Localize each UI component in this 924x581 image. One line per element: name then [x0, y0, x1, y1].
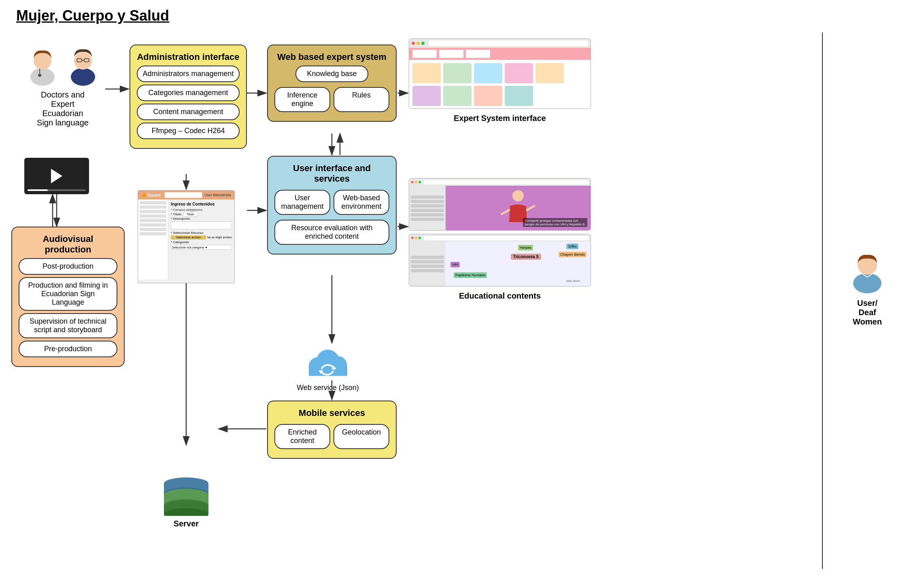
- admin-screenshot: 🔶 Gisami User Bienvenida Ingreso de Cont…: [138, 190, 235, 283]
- edu-screenshot-2: Herpes Sífilis Chapon diendo VIH Tricomo…: [409, 234, 591, 286]
- admin-item-2: Content management: [137, 104, 240, 120]
- admin-ss-sidebar: [138, 199, 168, 280]
- server-label: Server: [154, 519, 219, 528]
- expert-bottom-row: Inference engine Rules: [274, 85, 389, 115]
- expert-system-box: Web based expert system Knowledg base In…: [267, 45, 397, 122]
- educational-area: Compartir jeringas contaminadas consangr…: [409, 178, 591, 301]
- doctor-figures: [12, 38, 113, 87]
- cloud-label: Web service (Json): [287, 384, 368, 392]
- server-icon-group: Server: [154, 475, 219, 528]
- user-figure-group: User/ Deaf Women: [843, 243, 892, 327]
- cloud-icon: [302, 344, 354, 380]
- doctor2-icon: [65, 38, 101, 87]
- expert-interface-area: Expert System interface: [409, 38, 591, 123]
- vertical-separator: [822, 32, 823, 569]
- audiovisual-item-3: Pre-production: [19, 341, 117, 357]
- audiovisual-box: Audiovisual production Post-production P…: [11, 227, 125, 367]
- user-deaf-label: User/ Deaf Women: [843, 299, 892, 327]
- expert-item-inference: Inference engine: [274, 87, 330, 112]
- admin-item-3: Ffmpeg – Codec H264: [137, 123, 240, 139]
- user-deaf-icon: [847, 243, 888, 295]
- doctor1-icon: [24, 38, 61, 87]
- doctors-label: Doctors and Expert Ecuadorian Sign langu…: [12, 90, 113, 127]
- user-interface-top-row: User management Web-based environment: [274, 187, 389, 217]
- admin-box: Administration interface Administrators …: [130, 45, 247, 149]
- audiovisual-item-1: Production and filming in Ecuadorian Sig…: [19, 277, 117, 311]
- user-item-web-env: Web-based environment: [333, 190, 389, 215]
- edu-screenshot-1: Compartir jeringas contaminadas consangr…: [409, 178, 591, 231]
- mobile-item-enriched: Enriched content: [274, 424, 330, 449]
- video-thumbnail: [24, 158, 89, 194]
- svg-point-0: [30, 68, 55, 86]
- educational-contents-label: Educational contents: [409, 291, 591, 301]
- expert-interface-label: Expert System interface: [409, 114, 591, 123]
- video-progress-fill: [28, 189, 48, 191]
- doctors-group: Doctors and Expert Ecuadorian Sign langu…: [12, 38, 113, 127]
- svg-point-3: [38, 74, 41, 77]
- admin-item-1: Categories management: [137, 85, 240, 101]
- mobile-item-geo: Geolocation: [333, 424, 389, 449]
- svg-point-24: [512, 190, 524, 201]
- mobile-title: Mobile services: [274, 408, 389, 418]
- expert-system-title: Web based expert system: [274, 52, 389, 62]
- expert-item-rules: Rules: [333, 87, 389, 112]
- page-title: Mujer, Cuerpo y Salud: [16, 7, 169, 24]
- admin-ss-main: Ingreso de Contenidos * Campos obligator…: [168, 199, 234, 280]
- user-interface-box: User interface and services User managem…: [267, 156, 397, 254]
- play-icon: [51, 169, 62, 183]
- audiovisual-item-0: Post-production: [19, 258, 117, 275]
- admin-ss-content: Ingreso de Contenidos * Campos obligator…: [138, 199, 234, 280]
- expert-interface-screenshot: [409, 38, 591, 109]
- user-interface-title: User interface and services: [274, 163, 389, 184]
- server-icon: [160, 475, 212, 516]
- admin-title: Administration interface: [137, 52, 240, 62]
- user-item-management: User management: [274, 190, 330, 215]
- expert-item-knowledge: Knowledg base: [295, 66, 368, 82]
- svg-point-4: [71, 68, 95, 86]
- cloud-icon-group: Web service (Json): [287, 344, 368, 392]
- mobile-box: Mobile services Enriched content Geoloca…: [267, 401, 397, 459]
- audiovisual-title: Audiovisual production: [19, 234, 117, 255]
- admin-item-0: Administrators management: [137, 66, 240, 82]
- audiovisual-item-2: Supervision of technical script and stor…: [19, 313, 117, 338]
- svg-point-27: [853, 273, 882, 293]
- svg-line-25: [502, 210, 509, 214]
- user-item-resource-eval: Resource evaluation with enriched conten…: [274, 220, 389, 245]
- admin-ss-header: 🔶 Gisami User Bienvenida: [138, 191, 234, 199]
- video-progress-bar: [28, 189, 86, 191]
- svg-line-26: [527, 206, 534, 210]
- mobile-row: Enriched content Geolocation: [274, 422, 389, 452]
